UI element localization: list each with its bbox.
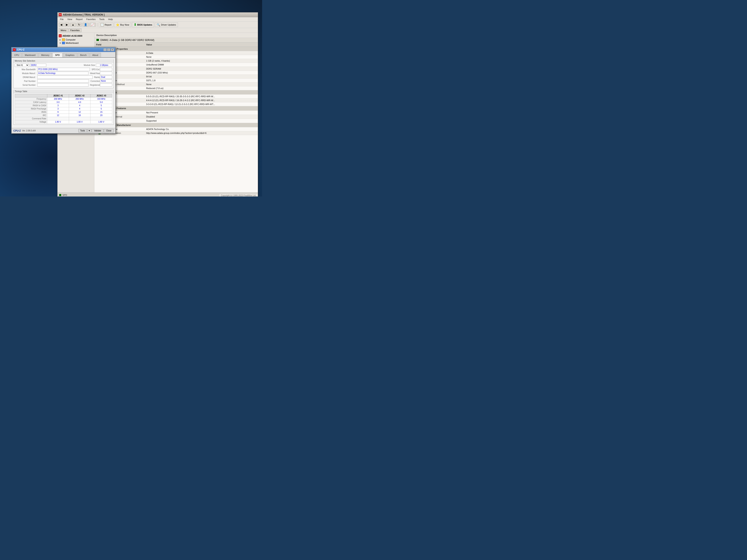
timings-col-label (15, 94, 47, 98)
dram-manuf-row: DRAM Manuf. Ranks Dual (15, 76, 112, 79)
timing-label: Command Rate (15, 117, 47, 121)
jedec1-value: 3.0 (47, 101, 69, 104)
sidebar-item-motherboard[interactable]: ▼ Motherboard (58, 41, 93, 45)
value-cell: Supported (145, 119, 258, 123)
cpuz-title-icon: C (13, 48, 16, 51)
tab-graphics[interactable]: Graphics (63, 53, 77, 57)
jedec1-value: 12 (47, 114, 69, 117)
menu-btn[interactable]: Menu (59, 28, 68, 32)
tools-button[interactable]: Tools (78, 129, 87, 132)
tab-about[interactable]: About (90, 53, 101, 57)
aida-logo-row: 64 AIDA64 v6.92.6600 (58, 33, 93, 38)
jedec3-value: 1.80 V (91, 121, 112, 124)
timings-row: CAS# Latency 3.0 4.0 5.0 (15, 101, 112, 104)
table-row: Module Size 1 GB (2 ranks, 4 banks) (95, 59, 258, 63)
slot-select[interactable]: Slot #1 (15, 63, 29, 67)
tools-arrow-button[interactable]: ▼ (87, 129, 91, 132)
jedec1-value (47, 117, 69, 121)
registered-value (100, 83, 112, 86)
computer-folder-icon (62, 38, 65, 41)
device-description-header: Device Description (95, 33, 258, 38)
nav-forward-button[interactable]: ▶ (65, 23, 70, 27)
favorites-btn[interactable]: Favorites (69, 28, 81, 32)
close-button[interactable]: ✕ (111, 48, 114, 51)
maximize-button[interactable]: □ (107, 48, 110, 51)
favorites-bar: Menu Favorites (57, 28, 258, 33)
footer-logo: CPU-Z (13, 129, 21, 132)
menu-file[interactable]: File (58, 18, 65, 21)
jedec2-value: 1.80 V (69, 121, 91, 124)
cpuz-window: C CPU-Z — □ ✕ CPU Mainboard Memory SPD G… (11, 47, 116, 134)
tab-spd[interactable]: SPD (52, 53, 62, 57)
close-app-button[interactable]: Close (104, 129, 114, 132)
section-header-row: Memory Timings (95, 90, 258, 95)
value-cell: 64 bit (145, 75, 258, 78)
value-cell: Unbuffered DIMM (145, 63, 258, 67)
timings-col-jedec2: JEDEC #2 (69, 94, 91, 98)
tab-bench[interactable]: Bench (78, 53, 89, 57)
table-row: Serial Number None (95, 55, 258, 59)
driver-updates-button[interactable]: 🔍 Driver Updates (155, 23, 178, 27)
toolbar-separator (97, 23, 97, 27)
nav-refresh-button[interactable]: ↻ (77, 23, 82, 27)
menu-favorites[interactable]: Favorites (84, 18, 97, 21)
table-row: @ 333 MHz 5-5-5-15 (CL-RCD-RP-RAS) / 20-… (95, 95, 258, 99)
tab-mainboard[interactable]: Mainboard (22, 53, 38, 57)
tab-memory[interactable]: Memory (38, 53, 52, 57)
nav-back-button[interactable]: ◀ (59, 23, 64, 27)
menu-report[interactable]: Report (74, 18, 84, 21)
buy-now-button[interactable]: ⭐ Buy Now (114, 23, 131, 27)
jedec3-value: 15 (91, 110, 112, 114)
slot-row: Slot #1 DDR2 Module Size 1 GBytes (15, 63, 112, 67)
cpuz-title: C CPU-Z (13, 48, 25, 51)
nav-user-button[interactable]: 👤 (82, 23, 89, 27)
minimize-button[interactable]: — (103, 48, 107, 51)
table-row: Module Width 64 bit (95, 75, 258, 78)
sidebar-item-computer[interactable]: ► Computer (58, 38, 93, 41)
tab-cpu[interactable]: CPU (12, 53, 22, 57)
timings-row: Voltage 1.80 V 1.80 V 1.80 V (15, 121, 112, 124)
table-row: Error Detection Method None (95, 82, 258, 86)
serial-number-value (37, 83, 88, 86)
nav-up-button[interactable]: ▲ (70, 23, 76, 27)
bios-updates-button[interactable]: ⬇ BIOS Updates (132, 22, 154, 27)
timings-row: Frequency 200 MHz 266 MHz 333 MHz (15, 98, 112, 101)
field-header: Field (95, 43, 145, 47)
part-number-row: Part Number Correction None (15, 79, 112, 83)
timings-content: JEDEC #1 JEDEC #2 JEDEC #3 Frequency 200… (14, 93, 113, 125)
aida-toolbar: ◀ ▶ ▲ ↻ 👤 📈 📄 Report ⭐ Buy Now ⬇ BIOS Up… (57, 22, 258, 28)
data-table: Field Value Memory Module Properties Mod… (95, 43, 258, 135)
module-manuf-row: Module Manuf. A-Data Technology Week/Yea… (15, 72, 112, 75)
memory-slot-group: Memory Slot Selection Slot #1 DDR2 Modul… (13, 59, 114, 88)
spd-status-label: SPD (62, 194, 67, 196)
timings-table: JEDEC #1 JEDEC #2 JEDEC #3 Frequency 200… (15, 94, 112, 124)
menu-tools[interactable]: Tools (98, 18, 106, 21)
table-row: ✓Weak Driver Supported (95, 119, 258, 123)
driver-search-icon: 🔍 (157, 23, 160, 26)
jedec3-value (91, 117, 112, 121)
footer-version-area: CPU-Z Ver. 2.08.0.x64 (13, 129, 36, 132)
value-header: Value (145, 43, 258, 47)
value-cell: DDR2 SDRAM (145, 67, 258, 71)
report-button[interactable]: 📄 Report (99, 23, 113, 27)
device-name-row: DIMM1: A-Data (1 GB DDR2-667 DDR2 SDRAM) (95, 38, 258, 43)
nav-chart-button[interactable]: 📈 (89, 23, 96, 27)
jedec3-value: 333 MHz (91, 98, 112, 101)
timings-col-jedec3: JEDEC #3 (91, 94, 112, 98)
cpuz-titlebar: C CPU-Z — □ ✕ (12, 48, 115, 52)
motherboard-label: Motherboard (66, 42, 78, 44)
validate-button[interactable]: Validate (92, 129, 103, 132)
timings-row: tRC 12 16 20 (15, 114, 112, 117)
jedec1-value: 9 (47, 110, 69, 114)
value-cell: A-Data (145, 51, 258, 55)
jedec1-value: 3 (47, 104, 69, 107)
timings-row: RAS# to CAS# 3 4 5 (15, 104, 112, 107)
timing-label: tRAS (15, 110, 47, 114)
menu-help[interactable]: Help (106, 18, 114, 21)
menu-view[interactable]: View (66, 18, 74, 21)
table-row: Memory Speed DDR2-667 (333 MHz) (95, 71, 258, 75)
timing-label: RAS# Precharge (15, 107, 47, 110)
value-cell: None (145, 55, 258, 59)
table-row: Module Type Unbuffered DIMM (95, 63, 258, 67)
module-manuf-label: Module Manuf. (15, 72, 37, 75)
